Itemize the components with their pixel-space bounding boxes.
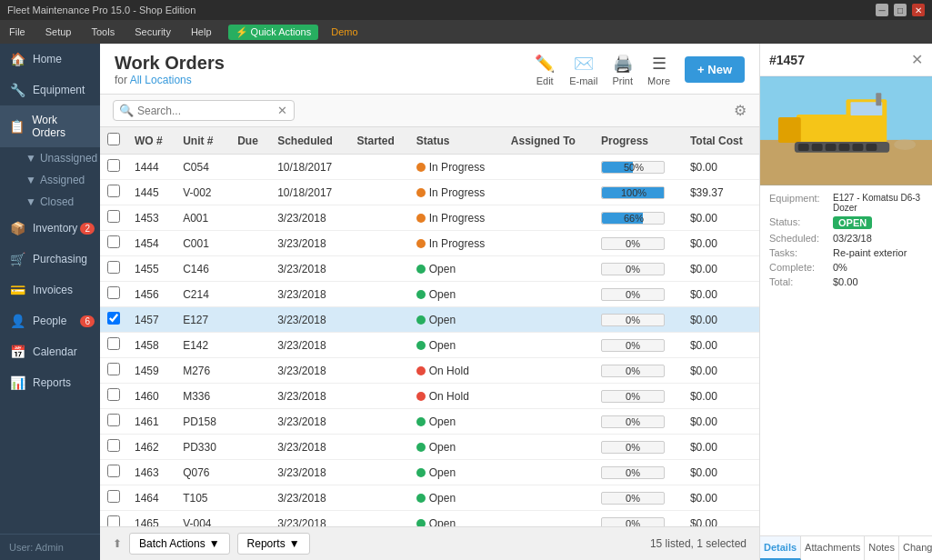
row-checkbox[interactable] [107, 286, 120, 299]
cell-started [349, 511, 408, 527]
close-button[interactable]: ✕ [912, 4, 925, 16]
complete-label: Complete: [769, 262, 833, 273]
row-checkbox[interactable] [107, 235, 120, 248]
minimize-button[interactable]: ─ [876, 4, 888, 16]
clear-search-icon[interactable]: ✕ [277, 104, 287, 117]
maximize-button[interactable]: □ [894, 4, 907, 16]
locations-link[interactable]: All Locations [130, 74, 192, 86]
cell-assigned [504, 409, 594, 435]
select-all-checkbox[interactable] [107, 133, 120, 145]
detail-wo-number: #1457 [769, 53, 805, 67]
row-checkbox[interactable] [107, 363, 120, 375]
svg-point-15 [894, 139, 916, 150]
app-title: Fleet Maintenance Pro 15.0 - Shop Editio… [7, 5, 195, 15]
cell-due [230, 358, 270, 384]
table-row[interactable]: 1453 A001 3/23/2018 In Progress 66% $0.0… [100, 205, 759, 231]
sidebar-item-purchasing[interactable]: 🛒 Purchasing [0, 244, 100, 275]
cell-status: In Progress [409, 231, 504, 256]
menu-security[interactable]: Security [131, 25, 175, 39]
workorders-table: WO # Unit # Due Scheduled Started Status… [100, 127, 759, 526]
sidebar-item-people[interactable]: 👤 People 6 [0, 305, 100, 336]
status-dot [416, 392, 426, 401]
table-row[interactable]: 1460 M336 3/23/2018 On Hold 0% $0.00 [100, 384, 759, 409]
table-row[interactable]: 1445 V-002 10/18/2017 In Progress 100% $… [100, 180, 759, 205]
row-checkbox[interactable] [107, 490, 120, 503]
sidebar-item-inventory[interactable]: 📦 Inventory 2 [0, 213, 100, 244]
status-dot [416, 315, 426, 325]
table-row[interactable]: 1463 Q076 3/23/2018 Open 0% $0.00 [100, 460, 759, 485]
upload-icon: ⬆ [113, 537, 122, 550]
email-button[interactable]: ✉️ E-mail [569, 54, 597, 86]
quick-actions-button[interactable]: ⚡ Quick Actions [228, 25, 319, 40]
sidebar-item-workorders[interactable]: 📋 Work Orders [0, 105, 100, 147]
table-row[interactable]: 1461 PD158 3/23/2018 Open 0% $0.00 [100, 409, 759, 435]
row-checkbox[interactable] [107, 414, 120, 426]
tab-details[interactable]: Details [760, 536, 801, 560]
cell-cost: $0.00 [683, 155, 759, 180]
row-checkbox[interactable] [107, 388, 120, 401]
cell-scheduled: 3/23/2018 [270, 435, 349, 460]
sidebar-subitem-assigned[interactable]: ▼ Assigned [0, 169, 100, 191]
sidebar-subitem-unassigned[interactable]: ▼ Unassigned [0, 147, 100, 169]
table-row[interactable]: 1465 V-004 3/23/2018 Open 0% $0.00 [100, 511, 759, 527]
table-row[interactable]: 1458 E142 3/23/2018 Open 0% $0.00 [100, 333, 759, 358]
detail-complete-row: Complete: 0% [769, 262, 923, 273]
table-row[interactable]: 1456 C214 3/23/2018 Open 0% $0.00 [100, 282, 759, 307]
detail-tabs: Details Attachments Notes Change [760, 535, 932, 560]
row-checkbox[interactable] [107, 159, 120, 172]
sidebar-item-invoices[interactable]: 💳 Invoices [0, 275, 100, 305]
row-checkbox[interactable] [107, 210, 120, 223]
tab-attachments[interactable]: Attachments [801, 536, 865, 560]
cell-wo: 1458 [127, 333, 175, 358]
row-checkbox[interactable] [107, 465, 120, 477]
table-settings-icon[interactable]: ⚙ [734, 102, 747, 119]
row-checkbox[interactable] [107, 312, 120, 325]
sidebar-item-equipment[interactable]: 🔧 Equipment [0, 75, 100, 105]
toolbar: 🔍 ✕ ⚙ [100, 95, 759, 127]
search-input[interactable] [137, 105, 274, 117]
email-label: E-mail [569, 75, 597, 86]
title-bar: Fleet Maintenance Pro 15.0 - Shop Editio… [0, 0, 932, 20]
reports-button[interactable]: Reports ▼ [237, 533, 310, 555]
sidebar-subitem-closed[interactable]: ▼ Closed [0, 191, 100, 213]
sidebar-item-calendar[interactable]: 📅 Calendar [0, 336, 100, 367]
table-row[interactable]: 1459 M276 3/23/2018 On Hold 0% $0.00 [100, 358, 759, 384]
row-checkbox[interactable] [107, 337, 120, 350]
batch-actions-button[interactable]: Batch Actions ▼ [129, 533, 230, 555]
more-button[interactable]: ☰ More [647, 54, 670, 86]
detail-close-button[interactable]: ✕ [911, 51, 923, 68]
cell-assigned [504, 485, 594, 511]
workorders-icon: 📋 [9, 119, 25, 134]
svg-rect-6 [778, 117, 801, 143]
print-button[interactable]: 🖨️ Print [612, 54, 633, 86]
tab-change[interactable]: Change [899, 536, 932, 560]
cell-due [230, 256, 270, 282]
tab-notes[interactable]: Notes [865, 536, 899, 560]
table-row[interactable]: 1454 C001 3/23/2018 In Progress 0% $0.00 [100, 231, 759, 256]
edit-button[interactable]: ✏️ Edit [535, 54, 555, 86]
cell-wo: 1445 [127, 180, 175, 205]
table-row[interactable]: 1464 T105 3/23/2018 Open 0% $0.00 [100, 485, 759, 511]
row-checkbox[interactable] [107, 515, 120, 526]
table-row[interactable]: 1462 PD330 3/23/2018 Open 0% $0.00 [100, 435, 759, 460]
status-dot [416, 239, 426, 248]
sidebar-item-home[interactable]: 🏠 Home [0, 44, 100, 75]
row-checkbox[interactable] [107, 261, 120, 274]
row-checkbox[interactable] [107, 185, 120, 197]
table-row[interactable]: 1444 C054 10/18/2017 In Progress 50% $0.… [100, 155, 759, 180]
cell-cost: $0.00 [683, 485, 759, 511]
menu-tools[interactable]: Tools [87, 25, 118, 39]
cell-progress: 0% [594, 282, 683, 307]
table-row[interactable]: 1455 C146 3/23/2018 Open 0% $0.00 [100, 256, 759, 282]
cell-cost: $0.00 [683, 384, 759, 409]
menu-file[interactable]: File [5, 25, 29, 39]
new-workorder-button[interactable]: + New [685, 56, 745, 83]
cell-progress: 0% [594, 485, 683, 511]
reports-label: Reports [247, 537, 286, 550]
menu-setup[interactable]: Setup [42, 25, 75, 39]
status-dot [416, 468, 426, 477]
sidebar-item-reports[interactable]: 📊 Reports [0, 367, 100, 398]
menu-help[interactable]: Help [187, 25, 215, 39]
table-row[interactable]: 1457 E127 3/23/2018 Open 0% $0.00 [100, 307, 759, 333]
row-checkbox[interactable] [107, 439, 120, 452]
